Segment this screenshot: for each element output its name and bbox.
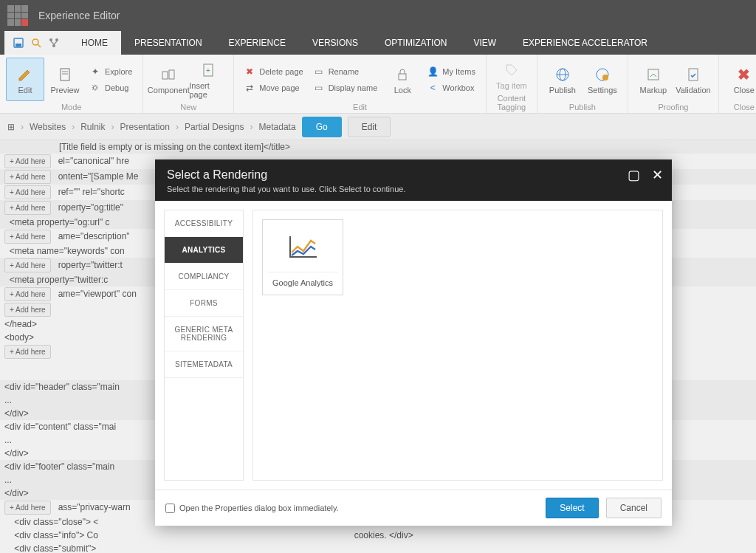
workbox-button[interactable]: <Workbox <box>423 81 480 95</box>
insert-page-button[interactable]: + Insert page <box>189 58 227 101</box>
dialog-subtitle: Select the rendering that you want to us… <box>167 185 660 193</box>
code-line: ... <box>0 395 16 405</box>
delete-page-button[interactable]: ✖Delete page <box>240 65 307 78</box>
debug-button[interactable]: ⛭Debug <box>86 81 137 95</box>
bc-edit-button[interactable]: Edit <box>348 117 391 137</box>
component-button[interactable]: Component <box>149 58 188 101</box>
close-dialog-icon[interactable]: ✕ <box>650 167 664 183</box>
display-name-button[interactable]: ▭Display name <box>309 81 382 95</box>
svg-point-6 <box>52 44 55 47</box>
ribbon-body: Edit Preview ✦Explore ⛭Debug Mode Compon… <box>0 55 756 114</box>
code-line: [Title field is empty or is missing on t… <box>0 142 295 152</box>
globe-icon <box>553 65 572 84</box>
add-here-button[interactable]: + Add here <box>4 258 51 272</box>
cat-forms[interactable]: FORMS <box>165 290 243 317</box>
select-rendering-dialog: Select a Rendering Select the rendering … <box>155 159 672 526</box>
bc-metadata[interactable]: Metadata <box>259 122 296 132</box>
chevron-icon: › <box>21 122 24 132</box>
rendering-label: Google Analytics <box>267 272 338 287</box>
code-line: ame="viewport" con <box>54 289 141 299</box>
code-line: </div> <box>0 408 33 419</box>
group-edit: ✖Delete page ⇄Move page ▭Rename ▭Display… <box>234 55 487 113</box>
tab-versions[interactable]: VERSIONS <box>299 31 371 55</box>
code-line: ontent="[Sample Me <box>54 171 143 182</box>
preview-button[interactable]: Preview <box>46 58 84 101</box>
cat-analytics[interactable]: ANALYTICS <box>165 237 243 264</box>
my-items-button[interactable]: 👤My Items <box>423 65 480 78</box>
lock-button[interactable]: Lock <box>383 58 422 101</box>
chevron-icon: › <box>176 122 179 132</box>
add-here-button[interactable]: + Add here <box>4 501 51 515</box>
open-properties-input[interactable] <box>165 504 175 513</box>
edit-button[interactable]: Edit <box>6 58 44 101</box>
add-here-button[interactable]: + Add here <box>4 154 51 168</box>
group-tagging-label: Content Tagging <box>492 92 531 111</box>
chart-icon <box>284 230 321 263</box>
add-here-button[interactable]: + Add here <box>4 303 51 317</box>
add-here-button[interactable]: + Add here <box>4 185 51 199</box>
share-icon: < <box>427 83 438 93</box>
search-icon[interactable] <box>30 36 43 49</box>
go-button[interactable]: Go <box>302 117 342 137</box>
code-line: <body> <box>0 332 38 343</box>
cat-generic[interactable]: GENERIC META RENDERING <box>165 317 243 351</box>
save-icon[interactable] <box>12 36 25 49</box>
tab-accelerator[interactable]: EXPERIENCE ACCELERATOR <box>509 31 661 55</box>
code-line: <div class="close"> < <box>0 517 103 527</box>
add-here-button[interactable]: + Add here <box>4 230 51 244</box>
bc-partial[interactable]: Partial Designs <box>185 122 244 132</box>
cat-compliancy[interactable]: COMPLIANCY <box>165 264 243 290</box>
dialog-footer: Open the Properties dialog box immediate… <box>155 490 672 526</box>
cat-sitemetadata[interactable]: SITEMETADATA <box>165 351 243 378</box>
group-new-label: New <box>149 101 227 111</box>
svg-line-3 <box>38 44 41 47</box>
add-here-button[interactable]: + Add here <box>4 345 51 359</box>
group-publish: Publish Settings Publish <box>537 55 628 113</box>
settings-button[interactable]: Settings <box>583 58 622 101</box>
bc-rulnik[interactable]: Rulnik <box>80 122 105 132</box>
group-proofing: Markup Validation Proofing <box>628 55 719 113</box>
component-icon <box>159 65 178 84</box>
tab-home[interactable]: HOME <box>68 31 121 55</box>
rename-button[interactable]: ▭Rename <box>309 65 382 78</box>
tree-root-icon[interactable]: ⊞ <box>7 122 15 132</box>
move-page-button[interactable]: ⇄Move page <box>240 81 307 95</box>
explore-button[interactable]: ✦Explore <box>86 65 137 78</box>
tab-optimization[interactable]: OPTIMIZATION <box>371 31 460 55</box>
svg-rect-7 <box>61 69 69 80</box>
svg-rect-14 <box>399 74 406 80</box>
open-properties-checkbox[interactable]: Open the Properties dialog box immediate… <box>165 504 538 513</box>
bc-websites[interactable]: Websites <box>30 122 66 132</box>
code-line: ... <box>0 435 16 445</box>
category-list: ACCESSIBILITY ANALYTICS COMPLIANCY FORMS… <box>164 210 244 481</box>
add-here-button[interactable]: + Add here <box>4 287 51 301</box>
code-line: ame="description" <box>54 231 137 241</box>
code-line: ... <box>0 475 16 485</box>
code-line: <div class="info"> Co cookies. </div> <box>0 530 418 540</box>
markup-button[interactable]: Markup <box>634 58 673 101</box>
rendering-google-analytics[interactable]: Google Analytics <box>262 219 343 295</box>
cat-accessibility[interactable]: ACCESSIBILITY <box>165 210 243 237</box>
code-line: </head> <box>0 319 41 329</box>
tag-item-button[interactable]: Tag item <box>492 58 531 92</box>
tree-icon[interactable] <box>47 36 61 49</box>
move-icon: ⇄ <box>244 83 255 93</box>
tab-experience[interactable]: EXPERIENCE <box>216 31 299 55</box>
dialog-title: Select a Rendering <box>167 168 660 182</box>
validation-button[interactable]: Validation <box>674 58 712 101</box>
tab-presentation[interactable]: PRESENTATION <box>121 31 216 55</box>
tab-view[interactable]: VIEW <box>460 31 509 55</box>
close-button[interactable]: ✖ Close <box>725 58 756 101</box>
display-icon: ▭ <box>314 83 324 93</box>
code-line: ref="" rel="shortc <box>54 187 129 197</box>
publish-button[interactable]: Publish <box>543 58 582 101</box>
cancel-button[interactable]: Cancel <box>606 498 662 518</box>
document-icon <box>55 65 75 84</box>
select-button[interactable]: Select <box>546 498 598 518</box>
group-edit-label: Edit <box>240 101 480 111</box>
bc-presentation[interactable]: Presentation <box>120 122 170 132</box>
maximize-icon[interactable]: ▢ <box>626 167 641 183</box>
add-here-button[interactable]: + Add here <box>4 201 51 215</box>
add-here-button[interactable]: + Add here <box>4 170 51 184</box>
group-close: ✖ Close Close <box>719 55 756 113</box>
